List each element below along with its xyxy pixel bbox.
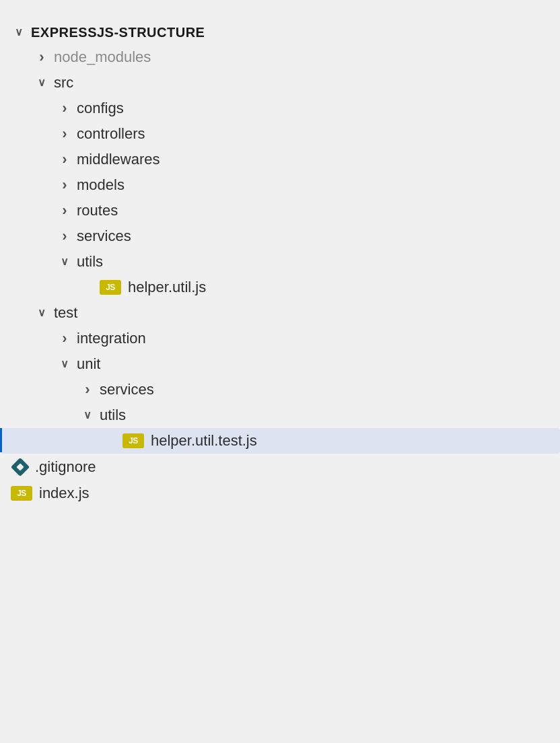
file-label: helper.util.test.js [151,432,257,450]
chevron-right-icon [57,203,73,219]
tree-item-routes[interactable]: routes [0,198,560,223]
tree-item-models[interactable]: models [0,172,560,198]
chevron-down-icon [57,254,73,270]
file-label: .gitignore [35,458,96,476]
tree-item-src-utils[interactable]: utils [0,249,560,275]
folder-label: test [54,304,77,322]
tree-item-helper-util-test-js[interactable]: JS helper.util.test.js [0,428,560,454]
chevron-down-icon [11,24,27,40]
folder-label: src [54,74,73,92]
folder-label: configs [77,100,124,117]
chevron-right-icon [57,228,73,244]
folder-label: models [77,176,125,194]
folder-label: utils [77,253,103,271]
chevron-right-icon [57,151,73,168]
tree-item-unit-utils[interactable]: utils [0,402,560,428]
root-label: EXPRESSJS-STRUCTURE [31,25,205,40]
tree-item-middlewares[interactable]: middlewares [0,147,560,172]
folder-label: utils [100,406,126,424]
chevron-down-icon [79,407,96,423]
tree-item-node-modules[interactable]: node_modules [0,44,560,70]
file-tree: EXPRESSJS-STRUCTURE node_modules src con… [0,13,560,513]
chevron-down-icon [34,75,50,91]
folder-label: unit [77,355,100,373]
chevron-down-icon [57,356,73,372]
chevron-right-icon [34,49,50,65]
chevron-right-icon [57,100,73,116]
tree-item-gitignore[interactable]: .gitignore [0,454,560,481]
tree-item-src-services[interactable]: services [0,223,560,249]
tree-item-unit[interactable]: unit [0,351,560,377]
chevron-down-icon [34,305,50,321]
folder-label: controllers [77,125,145,143]
tree-item-index-js[interactable]: JS index.js [0,481,560,506]
js-badge: JS [11,486,32,501]
tree-item-controllers[interactable]: controllers [0,121,560,147]
tree-item-unit-services[interactable]: services [0,377,560,402]
js-badge: JS [123,433,144,448]
folder-label: integration [77,330,146,347]
git-icon [11,458,30,476]
folder-label: services [77,227,131,245]
folder-label: node_modules [54,48,151,66]
chevron-right-icon [57,126,73,142]
tree-item-integration[interactable]: integration [0,326,560,351]
tree-item-src[interactable]: src [0,70,560,96]
tree-item-configs[interactable]: configs [0,96,560,121]
chevron-right-icon [79,382,96,398]
js-badge: JS [100,280,121,295]
chevron-right-icon [57,177,73,193]
chevron-right-icon [57,330,73,347]
file-label: helper.util.js [128,279,206,296]
tree-item-test[interactable]: test [0,300,560,326]
file-label: index.js [39,485,90,502]
folder-label: middlewares [77,151,160,168]
tree-item-helper-util-js[interactable]: JS helper.util.js [0,275,560,300]
folder-label: routes [77,202,118,219]
folder-label: services [100,381,154,398]
tree-root[interactable]: EXPRESSJS-STRUCTURE [0,20,560,44]
